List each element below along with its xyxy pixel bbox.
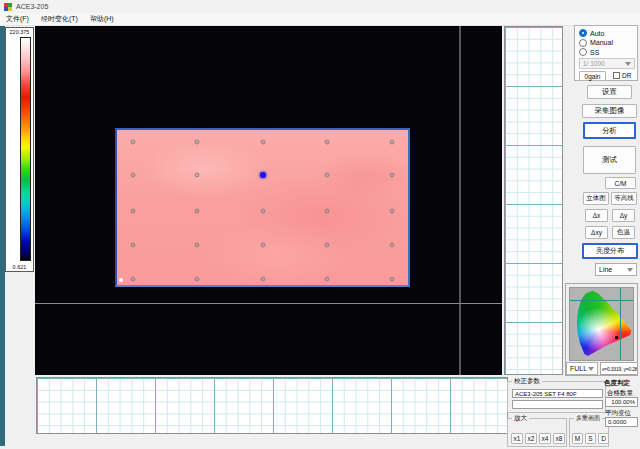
- calibration-marker: [324, 243, 329, 248]
- delta-x-button[interactable]: Δx: [585, 209, 608, 222]
- cie-range-select[interactable]: FULL: [566, 362, 598, 375]
- colorbar-max-value: 220.375: [6, 29, 33, 35]
- menu-time-change[interactable]: 经时变化(T): [35, 13, 84, 25]
- horizontal-guide-line: [35, 303, 502, 304]
- calibration-marker: [260, 139, 265, 144]
- calibration-marker: [195, 243, 200, 248]
- zero-gain-button[interactable]: 0gain: [579, 71, 606, 81]
- shutter-speed-select[interactable]: 1/ 1000: [579, 58, 635, 69]
- chevron-down-icon: [625, 62, 631, 66]
- profile-grid-vertical: [504, 26, 563, 375]
- contour-button[interactable]: 等高线: [611, 192, 637, 205]
- cie-range-value: FULL: [570, 365, 587, 372]
- image-display-area: [35, 26, 502, 375]
- magnify-title: 放大: [512, 414, 529, 423]
- settings-button[interactable]: 设置: [587, 85, 632, 99]
- calibration-marker: [324, 172, 329, 177]
- line-mode-value: Line: [599, 266, 612, 273]
- menubar: 文件(F) 经时变化(T) 帮助(H): [0, 13, 640, 26]
- multi-m-button[interactable]: M: [572, 433, 583, 444]
- avg-shift-value: 0.0000: [605, 417, 638, 427]
- color-temp-button[interactable]: 色温: [612, 226, 635, 239]
- pass-count-value: 100.00%: [605, 397, 638, 407]
- calibration-marker: [389, 276, 394, 281]
- calibration-marker: [389, 139, 394, 144]
- calibration-marker: [131, 139, 136, 144]
- multi-screen-title: 多重画面: [574, 414, 602, 423]
- radio-ss-label: SS: [590, 49, 599, 56]
- cie-coords-readout: x=0.3319, y=0.2898: [600, 362, 638, 375]
- magnify-x2-button[interactable]: x2: [525, 433, 537, 444]
- shutter-speed-value: 1/ 1000: [583, 60, 605, 67]
- line-mode-select[interactable]: Line: [595, 263, 637, 276]
- radio-manual[interactable]: [579, 39, 587, 47]
- calibration-marker: [324, 139, 329, 144]
- chevron-down-icon: [588, 367, 594, 371]
- dr-checkbox-row[interactable]: DR: [613, 72, 631, 79]
- calibration-marker: [389, 208, 394, 213]
- calibration-marker: [195, 172, 200, 177]
- solid-map-button[interactable]: 立体图: [583, 192, 609, 205]
- measurement-point-marker: [260, 172, 266, 178]
- magnify-group: 放大 x1 x2 x4 x8: [507, 418, 567, 447]
- radio-auto-label: Auto: [590, 30, 604, 37]
- app-icon: [4, 3, 12, 11]
- calibration-marker: [389, 172, 394, 177]
- analyze-button[interactable]: 分析: [583, 122, 636, 139]
- judge-title: 色度判定: [604, 379, 630, 388]
- exposure-group: Auto Manual SS 1/ 1000 0gain DR: [574, 25, 638, 81]
- delta-xy-button[interactable]: Δxy: [585, 226, 608, 239]
- luminance-colorbar: 220.375 0.621: [5, 27, 34, 272]
- menu-file[interactable]: 文件(F): [0, 13, 35, 25]
- calibration-marker: [260, 243, 265, 248]
- captured-image[interactable]: [115, 128, 410, 287]
- cm-toggle-button[interactable]: C/M: [605, 177, 636, 189]
- vertical-guide-line: [459, 26, 461, 375]
- calibration-marker: [131, 208, 136, 213]
- correction-preset-field-2[interactable]: [512, 400, 603, 409]
- multi-screen-group: 多重画面 M S D: [569, 418, 609, 447]
- cie-crosshair-vertical: [620, 288, 621, 360]
- calibration-marker: [131, 172, 136, 177]
- calibration-marker: [131, 276, 136, 281]
- radio-auto[interactable]: [579, 29, 587, 37]
- radio-row-manual[interactable]: Manual: [579, 39, 613, 47]
- luminance-distribution-button[interactable]: 亮度分布: [582, 243, 638, 259]
- radio-ss[interactable]: [579, 48, 587, 56]
- calibration-marker: [195, 139, 200, 144]
- radio-row-ss[interactable]: SS: [579, 48, 599, 56]
- window-title: ACE3-205: [16, 3, 48, 10]
- menu-help[interactable]: 帮助(H): [84, 13, 120, 25]
- correction-preset-field[interactable]: ACE3-205 SET F4 80F: [512, 389, 603, 398]
- colorbar-min-value: 0.621: [6, 264, 33, 270]
- test-button[interactable]: 测试: [583, 146, 636, 174]
- colorbar-gradient: [20, 37, 31, 261]
- radio-row-auto[interactable]: Auto: [579, 29, 604, 37]
- multi-d-button[interactable]: D: [598, 433, 609, 444]
- correction-params-group: 校正参数 ACE3-205 SET F4 80F: [507, 381, 606, 413]
- app-window: ACE3-205 文件(F) 经时变化(T) 帮助(H) 220.375 0.6…: [0, 0, 640, 449]
- capture-image-button[interactable]: 采集图像: [582, 104, 637, 118]
- calibration-marker: [195, 276, 200, 281]
- magnify-x1-button[interactable]: x1: [511, 433, 523, 444]
- calibration-marker: [260, 276, 265, 281]
- calibration-marker: [195, 208, 200, 213]
- calibration-marker: [324, 208, 329, 213]
- profile-grid-horizontal: [36, 377, 508, 434]
- correction-params-title: 校正参数: [512, 377, 542, 386]
- radio-manual-label: Manual: [590, 39, 613, 46]
- magnify-x4-button[interactable]: x4: [539, 433, 551, 444]
- corner-highlight-dot: [119, 278, 123, 282]
- dr-label: DR: [622, 72, 631, 79]
- delta-y-button[interactable]: Δy: [612, 209, 635, 222]
- chevron-down-icon: [627, 268, 633, 272]
- cie-diagram: [569, 287, 634, 361]
- magnify-x8-button[interactable]: x8: [553, 433, 565, 444]
- calibration-marker: [131, 243, 136, 248]
- cie-measured-point: [615, 336, 618, 339]
- calibration-marker: [389, 243, 394, 248]
- calibration-marker: [260, 208, 265, 213]
- cie-crosshair-horizontal: [570, 300, 633, 301]
- dr-checkbox[interactable]: [613, 72, 620, 79]
- multi-s-button[interactable]: S: [585, 433, 596, 444]
